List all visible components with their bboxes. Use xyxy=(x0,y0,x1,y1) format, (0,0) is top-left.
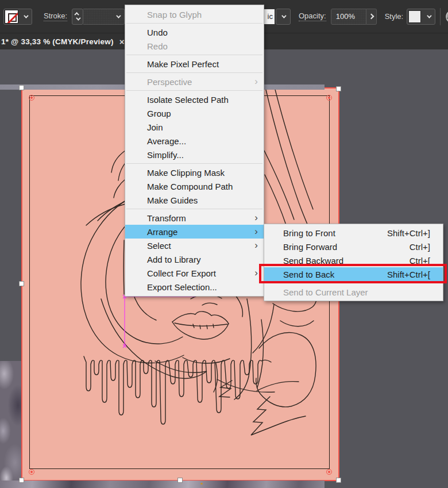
style-swatch-icon xyxy=(408,10,421,23)
menu-item-export-selection[interactable]: Export Selection... xyxy=(125,280,264,294)
menu-item-label: Isolate Selected Path xyxy=(147,95,229,105)
submenu-arrow-icon: › xyxy=(254,226,258,236)
menu-item-arrange[interactable]: Arrange› xyxy=(125,225,264,239)
context-menu: Snap to GlyphUndoRedoMake Pixel PerfectP… xyxy=(125,5,264,297)
selection-handle-top-left[interactable] xyxy=(19,85,24,90)
toolbar-divider xyxy=(440,8,441,25)
style-label: Style: xyxy=(385,12,404,21)
chevron-down-icon xyxy=(281,13,286,18)
chevron-down-icon xyxy=(427,13,431,18)
brush-dropdown-button[interactable] xyxy=(276,9,291,25)
live-corner-widget-top-right[interactable] xyxy=(326,95,332,101)
stroke-weight-stepper[interactable] xyxy=(72,9,83,25)
menu-item-group[interactable]: Group xyxy=(125,106,264,120)
submenu-arrow-icon: › xyxy=(254,268,258,278)
selection-handle-bottom-mid[interactable] xyxy=(177,478,183,483)
stroke-weight-dropdown[interactable] xyxy=(83,9,125,25)
fill-none-swatch-icon[interactable] xyxy=(5,10,18,24)
menu-item-label: Simplify... xyxy=(147,150,184,160)
menu-item-label: Bring Forward xyxy=(283,242,337,252)
chevron-down-icon xyxy=(116,13,121,18)
menu-item-label: Select xyxy=(147,241,171,251)
menu-item-make-compound-path[interactable]: Make Compound Path xyxy=(125,179,264,193)
menu-item-label: Make Pixel Perfect xyxy=(147,59,219,69)
live-corner-widget-top-left[interactable] xyxy=(29,95,34,101)
menu-separator xyxy=(126,55,262,55)
menu-item-label: Export Selection... xyxy=(147,282,217,292)
selection-handle-bottom-left[interactable] xyxy=(19,478,24,483)
document-tab[interactable]: 1* @ 33,33 % (CMYK/Preview) xyxy=(0,37,114,46)
menu-item-label: Snap to Glyph xyxy=(147,10,202,20)
menu-item-make-guides[interactable]: Make Guides xyxy=(125,193,264,207)
stepper-down-icon xyxy=(76,16,80,20)
menu-item-bring-forward[interactable]: Bring ForwardCtrl+] xyxy=(264,240,443,253)
menu-separator xyxy=(126,90,262,91)
stroke-label[interactable]: Stroke: xyxy=(44,11,67,21)
menu-item-label: Collect For Export xyxy=(147,268,216,278)
arrange-submenu: Bring to FrontShift+Ctrl+]Bring ForwardC… xyxy=(264,224,443,301)
menu-item-make-pixel-perfect[interactable]: Make Pixel Perfect xyxy=(125,57,264,71)
menu-item-isolate-selected-path[interactable]: Isolate Selected Path xyxy=(125,93,264,106)
selection-handle-top-right[interactable] xyxy=(336,86,341,91)
menu-item-select[interactable]: Select› xyxy=(125,239,264,252)
menu-item-label: Make Guides xyxy=(147,195,198,205)
menu-item-add-to-library[interactable]: Add to Library xyxy=(125,252,264,266)
opacity-input[interactable]: 100% xyxy=(331,9,366,25)
menu-item-simplify[interactable]: Simplify... xyxy=(125,148,264,162)
menu-item-label: Group xyxy=(147,109,171,118)
menu-item-label: Join xyxy=(147,122,163,132)
menu-item-label: Undo xyxy=(147,28,168,37)
menu-item-label: Average... xyxy=(147,136,186,146)
menu-separator xyxy=(126,209,262,209)
fill-color-control[interactable] xyxy=(3,9,32,25)
fill-dropdown-button[interactable] xyxy=(19,9,32,24)
menu-item-label: Arrange xyxy=(147,227,177,237)
opacity-label[interactable]: Opacity: xyxy=(299,11,326,21)
menu-item-label: Send to Current Layer xyxy=(283,287,368,297)
color-wheel-icon[interactable] xyxy=(445,9,448,24)
menu-item-collect-for-export[interactable]: Collect For Export› xyxy=(125,266,264,280)
menu-item-shortcut: Ctrl+] xyxy=(410,242,430,252)
photo-detail-fleck xyxy=(200,483,203,485)
opacity-step-button[interactable] xyxy=(366,9,377,25)
menu-item-send-backward[interactable]: Send BackwardCtrl+[ xyxy=(264,253,443,267)
menu-item-shortcut: Ctrl+[ xyxy=(410,256,430,266)
menu-item-label: Redo xyxy=(147,41,168,51)
chevron-right-icon xyxy=(368,14,374,20)
menu-item-send-to-current-layer: Send to Current Layer xyxy=(264,285,443,299)
menu-item-transform[interactable]: Transform› xyxy=(125,211,264,225)
live-corner-widget-bottom-left[interactable] xyxy=(29,469,34,475)
menu-item-average[interactable]: Average... xyxy=(125,134,264,148)
menu-separator xyxy=(126,163,262,164)
menu-item-label: Send Backward xyxy=(283,256,343,266)
menu-item-make-clipping-mask[interactable]: Make Clipping Mask xyxy=(125,166,264,179)
style-dropdown-button[interactable] xyxy=(422,9,435,24)
submenu-arrow-icon: › xyxy=(254,213,258,222)
illustrator-window: Stroke: ic Opacity: 100% Style: xyxy=(0,0,448,488)
live-corner-widget-bottom-right[interactable] xyxy=(326,469,332,475)
menu-separator xyxy=(126,72,262,73)
menu-item-redo: Redo xyxy=(125,39,264,53)
menu-item-join[interactable]: Join xyxy=(125,120,264,134)
menu-separator xyxy=(126,23,262,24)
menu-item-bring-to-front[interactable]: Bring to FrontShift+Ctrl+] xyxy=(264,226,443,240)
selection-handle-left-mid[interactable] xyxy=(19,281,24,286)
menu-item-label: Add to Library xyxy=(147,255,200,264)
menu-item-perspective: Perspective› xyxy=(125,75,264,89)
menu-item-undo[interactable]: Undo xyxy=(125,25,264,39)
style-picker[interactable] xyxy=(407,9,435,25)
menu-item-label: Send to Back xyxy=(283,270,334,279)
tab-close-icon[interactable]: × xyxy=(119,37,125,47)
menu-item-send-to-back[interactable]: Send to BackShift+Ctrl+[ xyxy=(264,267,443,281)
menu-item-shortcut: Shift+Ctrl+] xyxy=(387,228,430,238)
menu-item-label: Transform xyxy=(147,213,186,223)
menu-item-label: Perspective xyxy=(147,77,192,87)
menu-separator xyxy=(265,283,442,283)
menu-item-shortcut: Shift+Ctrl+[ xyxy=(387,270,430,279)
menu-item-label: Make Clipping Mask xyxy=(147,168,225,178)
background-photo-bottom-edge xyxy=(0,481,325,488)
submenu-arrow-icon: › xyxy=(254,240,258,250)
chevron-down-icon xyxy=(24,13,28,18)
submenu-arrow-icon: › xyxy=(254,76,258,86)
selection-handle-bottom-right[interactable] xyxy=(336,478,341,483)
